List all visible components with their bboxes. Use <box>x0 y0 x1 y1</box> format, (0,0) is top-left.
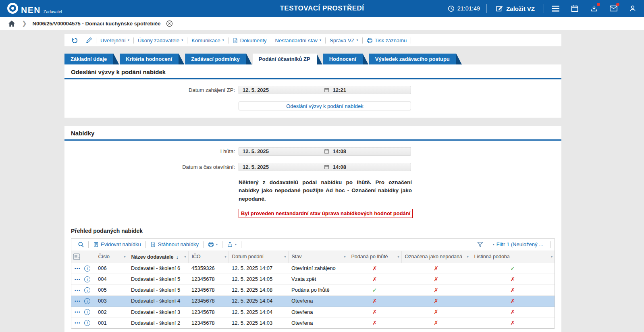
menu-nestandardni-stav[interactable]: Nestandardní stav▾ <box>271 37 326 44</box>
col-datum-podani[interactable]: Datum podání▾ <box>229 251 288 263</box>
print-table-button[interactable]: ▾ <box>204 241 221 247</box>
calendar-icon[interactable] <box>324 149 329 154</box>
time-input-zahajeni[interactable]: 12:21 <box>329 87 411 93</box>
screen: NEN Zadavatel TESTOVACÍ PROSTŘEDÍ 21:01:… <box>0 0 644 332</box>
time-input-lhuta[interactable]: 14:08 <box>329 148 411 154</box>
evidovat-nabidku-button[interactable]: Evidovat nabídku <box>89 241 145 247</box>
row-info-icon[interactable]: i <box>84 266 90 272</box>
close-record-icon[interactable] <box>166 20 173 27</box>
toolbar-divider <box>222 241 222 248</box>
table-row[interactable]: •••i006Dodavatel - školení 64535932612. … <box>71 263 555 274</box>
filter-caret-icon[interactable]: ▾ <box>284 255 286 259</box>
tab-5[interactable]: Hodnocení <box>323 54 368 64</box>
table-row[interactable]: •••i001Dodavatel - školení 21234567812. … <box>71 317 555 328</box>
nen-logo[interactable]: NEN Zadavatel <box>7 3 62 14</box>
tab-1[interactable]: Základní údaje <box>64 54 119 64</box>
col-nazev-dodavatele[interactable]: Název dodavatele↓▾ <box>128 251 188 263</box>
filter-caret-icon[interactable]: ▾ <box>224 255 226 259</box>
home-icon[interactable] <box>8 20 15 27</box>
row-menu-icon[interactable]: ••• <box>75 299 81 303</box>
search-icon[interactable] <box>75 241 87 248</box>
content-column: Uveřejnění▾ Úkony zadavatele▾ Komunikace… <box>64 34 561 332</box>
cell-datum-podani: 12. 5. 2025 14:07 <box>229 263 288 274</box>
row-info-icon[interactable]: i <box>84 287 90 293</box>
section-title: Nabídky <box>64 126 561 141</box>
menu-sprava-vz[interactable]: Správa VZ▾ <box>326 37 362 44</box>
cell-listinna-podoba: ✗ <box>471 274 555 284</box>
filter-icon[interactable] <box>474 241 487 248</box>
downloads-icon[interactable] <box>589 4 599 13</box>
filter-area: ▾ Filtr 1 (Neuložený ... <box>474 241 551 248</box>
filter-caret-icon[interactable]: ▾ <box>344 255 345 259</box>
row-menu-icon[interactable]: ••• <box>75 288 81 293</box>
row-menu-icon[interactable]: ••• <box>75 266 81 271</box>
grid-settings-icon[interactable] <box>71 251 95 263</box>
tab-2[interactable]: Kritéria hodnocení <box>120 54 184 64</box>
col-listinna-podoba[interactable]: Listinná podoba▾ <box>471 251 555 263</box>
breadcrumb-record[interactable]: N006/25/V00004575 - Domácí kuchyňské spo… <box>33 21 161 27</box>
cross-icon: ✗ <box>434 276 438 282</box>
check-icon: ✓ <box>510 265 515 272</box>
date-input-lhuta[interactable]: 12. 5. 2025 <box>239 148 324 154</box>
chevron-down-icon: ▾ <box>216 243 218 246</box>
calendar-icon[interactable] <box>324 164 329 170</box>
user-icon[interactable] <box>628 4 638 13</box>
col-stav[interactable]: Stav▾ <box>288 251 348 263</box>
menu-icon[interactable] <box>551 4 560 13</box>
offers-table-body: •••i006Dodavatel - školení 64535932612. … <box>71 263 555 328</box>
table-row[interactable]: •••i005Dodavatel - školení 51234567812. … <box>71 284 555 295</box>
tab-4[interactable]: Podání účastníků ZP <box>253 54 322 64</box>
menu-dokumenty[interactable]: Dokumenty <box>229 37 271 44</box>
cross-icon: ✗ <box>372 309 377 315</box>
tab-3[interactable]: Zadávací podmínky <box>185 54 252 64</box>
tab-6[interactable]: Výsledek zadávacího postupu <box>369 54 462 64</box>
edit-icon[interactable] <box>82 37 96 44</box>
row-info-icon[interactable]: i <box>84 320 90 326</box>
cell-podana-po-lhute: ✗ <box>348 295 401 306</box>
row-info-icon[interactable]: i <box>84 298 90 304</box>
row-menu-icon[interactable]: ••• <box>75 321 81 325</box>
cell-oznacena-jako-nepodana: ✗ <box>401 317 471 328</box>
row-info-icon[interactable]: i <box>84 276 90 282</box>
row-menu-icon[interactable]: ••• <box>75 277 81 282</box>
cell-podana-po-lhute: ✗ <box>348 317 401 328</box>
filter-caret-icon[interactable]: ▾ <box>184 255 186 259</box>
column-label: Označena jako nepodaná <box>405 254 462 259</box>
filter-caret-icon[interactable]: ▾ <box>467 255 468 259</box>
filter-select[interactable]: ▾ Filtr 1 (Neuložený ... <box>489 241 547 247</box>
cell-nazev-dodavatele: Dodavatel - školení 3 <box>128 307 188 317</box>
calendar-icon[interactable] <box>570 4 580 13</box>
table-row[interactable]: •••i004Dodavatel - školení 51234567812. … <box>71 274 555 284</box>
col-ico[interactable]: IČO▾ <box>188 251 229 263</box>
cross-icon: ✗ <box>372 298 377 304</box>
cell-nazev-dodavatele: Dodavatel - školení 2 <box>128 317 188 328</box>
row-info-icon[interactable]: i <box>84 309 90 315</box>
table-row[interactable]: •••i002Dodavatel - školení 31234567812. … <box>71 307 555 317</box>
col-cislo[interactable]: Číslo▾ <box>95 251 128 263</box>
filter-caret-icon[interactable]: ▾ <box>397 255 399 259</box>
col-oznacena-jako-nepodana[interactable]: Označena jako nepodaná▾ <box>401 251 471 263</box>
create-vz-button[interactable]: Založit VZ <box>493 4 537 12</box>
table-row[interactable]: •••i003Dodavatel - školení 41234567812. … <box>71 295 555 306</box>
date-input-zahajeni[interactable]: 12. 5. 2025 <box>239 87 324 93</box>
col-podana-po-lhute[interactable]: Podaná po lhůtě▾ <box>348 251 401 263</box>
time-input-otevirani[interactable]: 14:08 <box>329 164 411 170</box>
filter-caret-icon[interactable]: ▾ <box>124 255 125 259</box>
refresh-icon[interactable] <box>68 37 82 44</box>
messages-icon[interactable] <box>609 4 618 13</box>
menu-komunikace[interactable]: Komunikace▾ <box>187 37 228 44</box>
filter-caret-icon[interactable]: ▾ <box>551 255 553 259</box>
date-input-otevirani[interactable]: 12. 5. 2025 <box>239 164 324 170</box>
clock-time: 21:01:49 <box>457 5 480 12</box>
column-label: Stav <box>292 254 302 259</box>
menu-ukony-zadavatele[interactable]: Úkony zadavatele▾ <box>134 37 187 44</box>
toolbar-divider <box>88 241 89 248</box>
stahnout-nabidky-button[interactable]: Stáhnout nabídky <box>147 241 202 247</box>
calendar-icon[interactable] <box>324 87 329 93</box>
odeslani-vyzvy-button[interactable]: Odeslání výzvy k podání nabídek <box>239 102 411 110</box>
row-menu-icon[interactable]: ••• <box>75 310 81 314</box>
menu-tisk-zaznamu[interactable]: Tisk záznamu <box>363 37 411 44</box>
export-button[interactable]: ▾ <box>223 241 240 247</box>
menu-uverejneni[interactable]: Uveřejnění▾ <box>96 37 133 44</box>
cell-stav: Vzata zpět <box>288 274 348 284</box>
